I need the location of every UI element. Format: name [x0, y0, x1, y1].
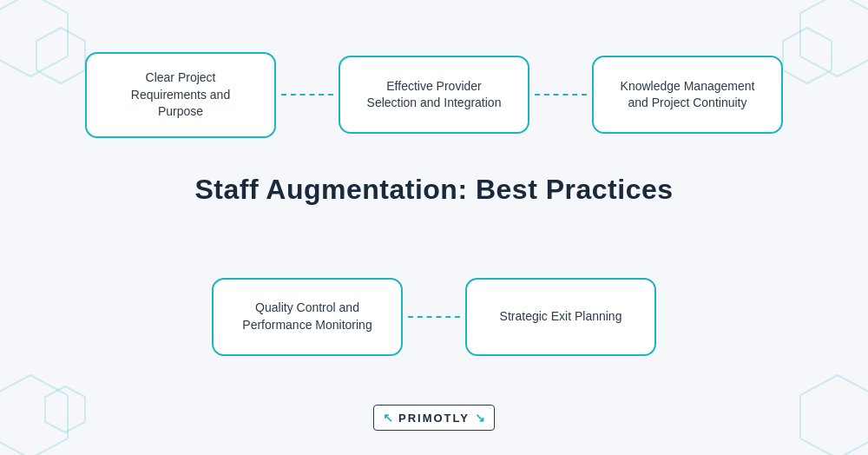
hex-decoration-bl2	[43, 385, 87, 438]
practice-label-3: Knowledge Management and Project Continu…	[615, 78, 760, 112]
bottom-practice-row: Quality Control and Performance Monitori…	[165, 278, 703, 356]
practice-box-5: Strategic Exit Planning	[465, 278, 656, 356]
page-title: Staff Augmentation: Best Practices	[130, 174, 738, 206]
connector-1-2	[281, 94, 333, 96]
practice-label-2: Effective Provider Selection and Integra…	[361, 78, 507, 112]
top-practice-row: Clear Project Requirements and Purpose E…	[43, 52, 825, 138]
practice-box-4: Quality Control and Performance Monitori…	[212, 278, 403, 356]
practice-box-2: Effective Provider Selection and Integra…	[339, 56, 529, 134]
logo-container: ↖ PRIMOTLY ↘	[373, 405, 495, 431]
connector-2-3	[535, 94, 587, 96]
practice-label-5: Strategic Exit Planning	[500, 308, 622, 326]
svg-marker-5	[45, 386, 85, 432]
connector-4-5	[408, 316, 460, 318]
page-background: Clear Project Requirements and Purpose E…	[0, 0, 868, 455]
hex-decoration-br	[799, 373, 868, 455]
svg-marker-6	[800, 375, 868, 455]
logo-icon-right: ↘	[475, 411, 485, 425]
practice-box-1: Clear Project Requirements and Purpose	[85, 52, 276, 138]
logo-text: PRIMOTLY	[398, 412, 470, 425]
practice-label-4: Quality Control and Performance Monitori…	[234, 300, 380, 333]
practice-label-1: Clear Project Requirements and Purpose	[108, 69, 253, 121]
practice-box-3: Knowledge Management and Project Continu…	[592, 56, 783, 134]
logo-icon-left: ↖	[383, 411, 393, 425]
